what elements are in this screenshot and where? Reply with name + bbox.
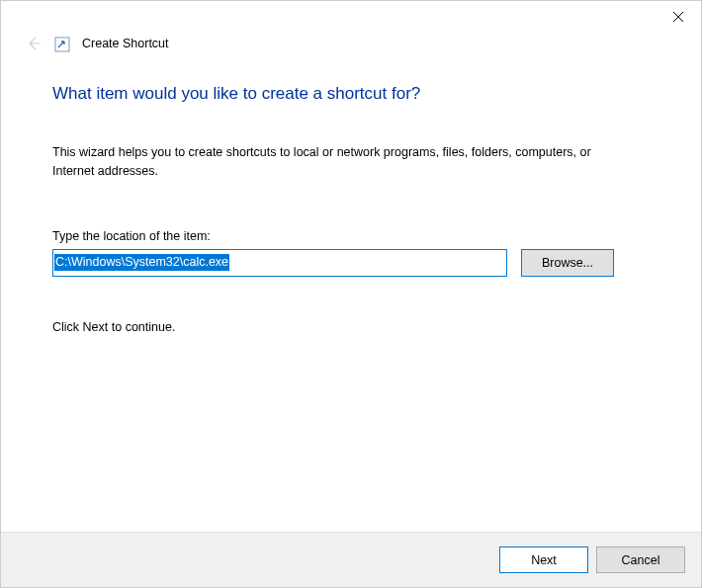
wizard-title: Create Shortcut <box>82 37 169 50</box>
next-button[interactable]: Next <box>499 546 588 573</box>
close-icon <box>673 12 683 22</box>
continue-hint: Click Next to continue. <box>52 320 650 334</box>
back-arrow-icon <box>26 36 42 51</box>
wizard-content: What item would you like to create a sho… <box>1 52 701 334</box>
location-row: C:\Windows\System32\calc.exe Browse... <box>52 249 650 277</box>
wizard-header: Create Shortcut <box>1 33 701 52</box>
wizard-footer: Next Cancel <box>1 532 701 587</box>
title-bar <box>1 1 701 33</box>
page-heading: What item would you like to create a sho… <box>52 84 650 104</box>
shortcut-icon <box>54 37 70 52</box>
close-button[interactable] <box>656 1 701 33</box>
back-button <box>25 35 43 52</box>
svg-rect-2 <box>55 38 69 51</box>
location-label: Type the location of the item: <box>52 229 650 243</box>
description-text: This wizard helps you to create shortcut… <box>52 143 606 182</box>
browse-button[interactable]: Browse... <box>521 249 614 277</box>
location-input[interactable] <box>52 249 507 277</box>
cancel-button[interactable]: Cancel <box>596 546 685 573</box>
